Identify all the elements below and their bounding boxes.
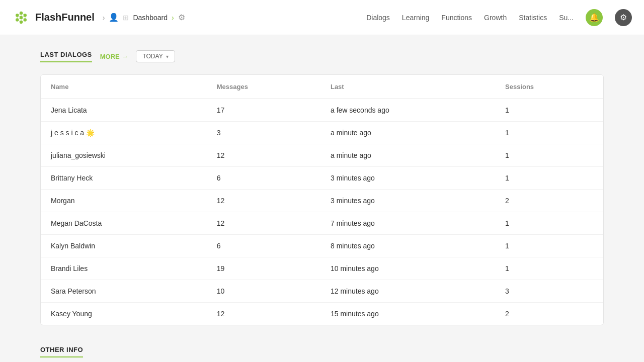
table-row[interactable]: j e s s i c a 🌟 3 a minute ago 1 bbox=[41, 122, 603, 144]
dialogs-table-container: Name Messages Last Sessions Jena Licata … bbox=[40, 74, 604, 325]
cell-last: 7 minutes ago bbox=[320, 212, 495, 235]
breadcrumb-arrow-icon: › bbox=[172, 14, 174, 22]
cell-sessions: 1 bbox=[495, 257, 603, 280]
cell-messages: 6 bbox=[207, 167, 320, 190]
breadcrumb-gear-icon[interactable]: ⚙ bbox=[178, 13, 185, 22]
cell-messages: 3 bbox=[207, 122, 320, 144]
cell-name: Morgan bbox=[41, 190, 207, 212]
cell-messages: 12 bbox=[207, 212, 320, 235]
cell-sessions: 1 bbox=[495, 235, 603, 257]
logo-text: FlashFunnel bbox=[35, 12, 95, 23]
cell-sessions: 1 bbox=[495, 167, 603, 190]
table-row[interactable]: juliana_gosiewski 12 a minute ago 1 bbox=[41, 144, 603, 167]
col-last: Last bbox=[320, 75, 495, 99]
section-header: LAST DIALOGS MORE → TODAY ▾ bbox=[40, 50, 604, 62]
dialogs-table: Name Messages Last Sessions Jena Licata … bbox=[41, 75, 603, 325]
cell-name: juliana_gosiewski bbox=[41, 144, 207, 167]
cell-last: a minute ago bbox=[320, 144, 495, 167]
today-filter-button[interactable]: TODAY ▾ bbox=[136, 50, 175, 62]
cell-messages: 19 bbox=[207, 257, 320, 280]
table-row[interactable]: Brandi Liles 19 10 minutes ago 1 bbox=[41, 257, 603, 280]
more-link[interactable]: MORE → bbox=[100, 53, 128, 60]
cell-last: 15 minutes ago bbox=[320, 303, 495, 325]
main-content: LAST DIALOGS MORE → TODAY ▾ Name Message… bbox=[20, 35, 624, 362]
table-header: Name Messages Last Sessions bbox=[41, 75, 603, 99]
table-row[interactable]: Morgan 12 3 minutes ago 2 bbox=[41, 190, 603, 212]
cell-last: 8 minutes ago bbox=[320, 235, 495, 257]
cell-name: Brittany Heck bbox=[41, 167, 207, 190]
cell-sessions: 1 bbox=[495, 122, 603, 144]
flashfunnel-logo-icon bbox=[12, 9, 30, 27]
table-row[interactable]: Sara Peterson 10 12 minutes ago 3 bbox=[41, 280, 603, 303]
table-row[interactable]: Kalyn Baldwin 6 8 minutes ago 1 bbox=[41, 235, 603, 257]
logo-area: FlashFunnel bbox=[12, 9, 95, 27]
cell-messages: 12 bbox=[207, 190, 320, 212]
breadcrumb-dashboard-label[interactable]: Dashboard bbox=[133, 14, 168, 22]
settings-gear-button[interactable]: ⚙ bbox=[615, 9, 632, 26]
table-row[interactable]: Jena Licata 17 a few seconds ago 1 bbox=[41, 99, 603, 122]
cell-sessions: 1 bbox=[495, 99, 603, 122]
table-row[interactable]: Brittany Heck 6 3 minutes ago 1 bbox=[41, 167, 603, 190]
last-dialogs-title: LAST DIALOGS bbox=[40, 51, 92, 62]
nav-functions[interactable]: Functions bbox=[441, 14, 472, 22]
cell-last: 10 minutes ago bbox=[320, 257, 495, 280]
cell-messages: 12 bbox=[207, 144, 320, 167]
other-info-section: OTHER INFO bbox=[40, 345, 604, 357]
cell-name: Kasey Young bbox=[41, 303, 207, 325]
col-messages: Messages bbox=[207, 75, 320, 99]
nav-support[interactable]: Su... bbox=[559, 14, 574, 22]
nav-learning[interactable]: Learning bbox=[402, 14, 430, 22]
nav-growth[interactable]: Growth bbox=[484, 14, 507, 22]
col-sessions: Sessions bbox=[495, 75, 603, 99]
col-name: Name bbox=[41, 75, 207, 99]
cell-sessions: 1 bbox=[495, 212, 603, 235]
cell-last: 3 minutes ago bbox=[320, 190, 495, 212]
nav-dialogs[interactable]: Dialogs bbox=[366, 14, 390, 22]
cell-last: a few seconds ago bbox=[320, 99, 495, 122]
cell-messages: 6 bbox=[207, 235, 320, 257]
cell-last: 3 minutes ago bbox=[320, 167, 495, 190]
cell-messages: 10 bbox=[207, 280, 320, 303]
cell-sessions: 1 bbox=[495, 144, 603, 167]
cell-messages: 17 bbox=[207, 99, 320, 122]
cell-messages: 12 bbox=[207, 303, 320, 325]
cell-last: 12 minutes ago bbox=[320, 280, 495, 303]
cell-name: Kalyn Baldwin bbox=[41, 235, 207, 257]
cell-name: Jena Licata bbox=[41, 99, 207, 122]
table-row[interactable]: Megan DaCosta 12 7 minutes ago 1 bbox=[41, 212, 603, 235]
cell-name: j e s s i c a 🌟 bbox=[41, 122, 207, 144]
cell-name: Megan DaCosta bbox=[41, 212, 207, 235]
header: FlashFunnel › 👤 ⊞ Dashboard › ⚙ Dialogs … bbox=[0, 0, 644, 35]
breadcrumb: › 👤 ⊞ Dashboard › ⚙ bbox=[103, 13, 185, 22]
other-info-title: OTHER INFO bbox=[40, 346, 83, 357]
cell-name: Brandi Liles bbox=[41, 257, 207, 280]
user-icon: 👤 bbox=[109, 13, 119, 22]
cell-name: Sara Peterson bbox=[41, 280, 207, 303]
cell-last: a minute ago bbox=[320, 122, 495, 144]
notifications-bell-button[interactable]: 🔔 bbox=[586, 9, 603, 26]
breadcrumb-grid-icon: ⊞ bbox=[123, 14, 129, 22]
last-dialogs-section: LAST DIALOGS MORE → TODAY ▾ Name Message… bbox=[40, 50, 604, 325]
cell-sessions: 3 bbox=[495, 280, 603, 303]
chevron-down-icon: ▾ bbox=[166, 54, 169, 59]
cell-sessions: 2 bbox=[495, 190, 603, 212]
cell-sessions: 2 bbox=[495, 303, 603, 325]
breadcrumb-chevron-icon: › bbox=[103, 14, 105, 22]
main-nav: Dialogs Learning Functions Growth Statis… bbox=[366, 9, 632, 26]
today-label: TODAY bbox=[142, 53, 163, 60]
table-row[interactable]: Kasey Young 12 15 minutes ago 2 bbox=[41, 303, 603, 325]
table-body: Jena Licata 17 a few seconds ago 1 j e s… bbox=[41, 99, 603, 325]
nav-statistics[interactable]: Statistics bbox=[519, 14, 547, 22]
